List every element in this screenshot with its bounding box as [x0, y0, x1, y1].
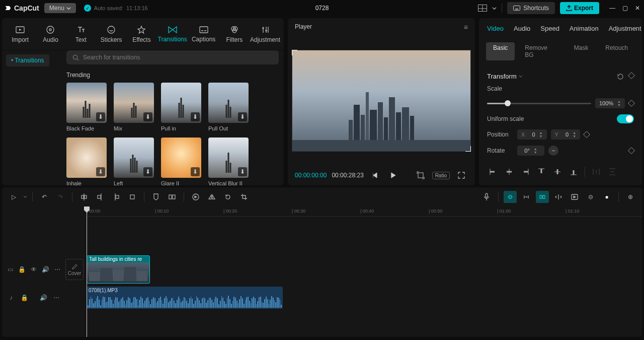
zoom-slider[interactable]: ●	[600, 191, 613, 203]
maximize-button[interactable]: ▢	[622, 5, 628, 12]
scale-slider[interactable]	[487, 103, 591, 104]
transition-item[interactable]: ⬇Glare II	[161, 138, 201, 185]
pointer-tool[interactable]: ▷	[7, 191, 20, 203]
transition-item[interactable]: ⬇Mix	[114, 83, 154, 131]
position-x[interactable]: X 0▲▼	[517, 129, 547, 140]
magnet-main[interactable]	[504, 191, 517, 203]
transition-item[interactable]: ⬇Pull in	[161, 83, 201, 131]
link-tool[interactable]	[536, 191, 549, 203]
video-clip[interactable]: Tall buildings in cities re	[87, 255, 150, 284]
align-right[interactable]	[519, 167, 531, 177]
preview-canvas[interactable]	[292, 50, 471, 152]
reset-icon[interactable]	[617, 73, 624, 80]
download-icon[interactable]: ⬇	[191, 167, 200, 176]
download-icon[interactable]: ⬇	[238, 112, 247, 121]
mute-icon[interactable]: 🔊	[42, 266, 49, 273]
preview-axis[interactable]	[552, 191, 565, 203]
subtab-retouch[interactable]: Retouch	[598, 42, 635, 60]
download-icon[interactable]: ⬇	[143, 112, 152, 121]
tab-effects[interactable]: Effects	[126, 18, 156, 50]
rotate-tool[interactable]	[221, 191, 234, 203]
zoom-fit[interactable]: ⊕	[624, 191, 637, 203]
download-icon[interactable]: ⬇	[96, 112, 105, 121]
tab-adjustment[interactable]: Adjustment	[250, 18, 281, 50]
download-icon[interactable]: ⬇	[191, 112, 200, 121]
fullscreen-button[interactable]	[455, 170, 468, 180]
chevron-down-icon[interactable]	[492, 6, 497, 11]
playhead[interactable]	[87, 207, 87, 337]
props-tab-adjustment[interactable]: Adjustment	[604, 20, 642, 37]
audio-clip[interactable]: 0708(1).MP3	[87, 287, 283, 309]
rotate-dial[interactable]: −	[548, 146, 558, 156]
more-icon[interactable]: ⋯	[52, 294, 60, 301]
sidebar-item-transitions[interactable]: • Transitions	[6, 54, 49, 66]
search-input[interactable]: Search for transitions	[66, 50, 279, 64]
preview-render[interactable]	[568, 191, 581, 203]
menu-button[interactable]: Menu	[44, 3, 76, 13]
minimize-button[interactable]: —	[609, 5, 615, 12]
time-ruler[interactable]: | 00:00| 00:10| 00:20| 00:30| 00:40| 00:…	[87, 207, 642, 217]
speed-tool[interactable]	[189, 191, 202, 203]
delete-tool[interactable]	[126, 191, 139, 203]
compound-tool[interactable]	[166, 191, 179, 203]
split-tool[interactable]	[77, 191, 91, 203]
align-left[interactable]	[487, 167, 499, 177]
keyframe-icon[interactable]	[628, 100, 635, 107]
split-right[interactable]	[110, 191, 123, 203]
transition-item[interactable]: ⬇Pull Out	[208, 83, 249, 131]
download-icon[interactable]: ⬇	[96, 167, 105, 176]
layout-icon[interactable]	[478, 5, 487, 12]
tab-import[interactable]: Import	[5, 18, 35, 50]
lock-icon[interactable]: 🔒	[20, 294, 28, 301]
align-center-v[interactable]	[551, 167, 564, 177]
redo-button[interactable]: ↷	[54, 191, 67, 203]
transition-item[interactable]: ⬇Inhale	[66, 138, 107, 185]
mic-button[interactable]	[480, 191, 493, 203]
subtab-mask[interactable]: Mask	[567, 42, 596, 60]
props-tab-video[interactable]: Video	[482, 20, 509, 37]
scale-value[interactable]: 100%▲▼	[595, 98, 625, 108]
tab-stickers[interactable]: Stickers	[96, 18, 126, 50]
align-bottom[interactable]	[568, 167, 580, 177]
play-button[interactable]	[387, 170, 400, 180]
cover-button[interactable]: Cover	[65, 259, 84, 280]
tab-captions[interactable]: Captions	[188, 18, 219, 50]
scale-icon[interactable]	[414, 170, 427, 180]
props-tab-animation[interactable]: Animation	[565, 20, 604, 37]
mirror-tool[interactable]	[205, 191, 218, 203]
crop-tool[interactable]	[237, 191, 251, 203]
subtab-basic[interactable]: Basic	[486, 42, 515, 60]
magnet-auto[interactable]	[520, 191, 533, 203]
subtab-removebg[interactable]: Remove BG	[518, 42, 564, 60]
split-left[interactable]	[94, 191, 107, 203]
download-icon[interactable]: ⬇	[238, 167, 247, 176]
keyframe-icon[interactable]	[628, 147, 635, 154]
ratio-button[interactable]: Ratio	[432, 172, 450, 179]
uniform-scale-toggle[interactable]	[617, 114, 634, 123]
close-button[interactable]: ✕	[635, 5, 640, 12]
prev-frame-button[interactable]	[369, 170, 382, 180]
tab-text[interactable]: Text	[66, 18, 96, 50]
transition-item[interactable]: ⬇Left	[114, 138, 154, 185]
rotate-value[interactable]: 0°▲▼	[517, 146, 544, 156]
mute-icon[interactable]: 🔊	[39, 294, 47, 301]
lock-icon[interactable]: 🔒	[18, 266, 26, 273]
position-y[interactable]: Y 0▲▼	[551, 129, 581, 140]
download-icon[interactable]: ⬇	[143, 167, 152, 176]
more-icon[interactable]: ⋯	[54, 266, 60, 273]
tab-transitions[interactable]: Transitions	[157, 18, 188, 50]
transition-item[interactable]: ⬇Black Fade	[66, 83, 107, 131]
marker-tool[interactable]	[149, 191, 163, 203]
tab-audio[interactable]: Audio	[35, 18, 65, 50]
align-center-h[interactable]	[503, 167, 515, 177]
transition-item[interactable]: ⬇Vertical Blur II	[208, 138, 249, 185]
tab-filters[interactable]: Filters	[219, 18, 250, 50]
undo-button[interactable]: ↶	[38, 191, 51, 203]
keyframe-icon[interactable]	[628, 72, 635, 79]
props-tab-speed[interactable]: Speed	[535, 20, 565, 37]
player-menu-icon[interactable]: ≡	[464, 23, 468, 31]
eye-icon[interactable]: 👁	[31, 266, 37, 273]
props-tab-audio[interactable]: Audio	[509, 20, 535, 37]
align-top[interactable]	[535, 167, 547, 177]
zoom-out[interactable]: ⊖	[584, 191, 597, 203]
